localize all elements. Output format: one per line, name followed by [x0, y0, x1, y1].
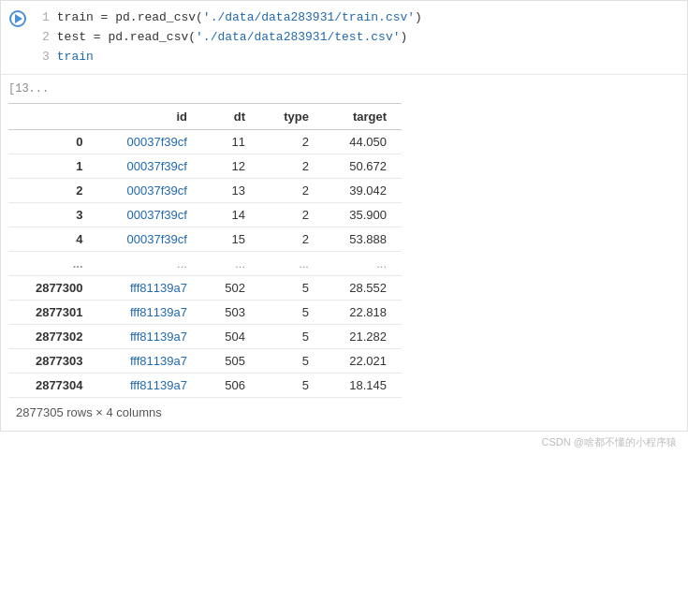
cell-type: 2: [260, 130, 324, 154]
table-row: 400037f39cf15253.888: [8, 227, 402, 252]
cell-row-index: 2: [8, 179, 98, 203]
table-row: 000037f39cf11244.050: [8, 130, 402, 154]
cell-type: 2: [260, 203, 324, 227]
cell-target: 53.888: [324, 227, 402, 252]
cell-dt: 502: [202, 276, 260, 301]
cell-type: 2: [260, 154, 324, 179]
cell-type: 5: [260, 325, 324, 349]
cell-type: 5: [260, 301, 324, 325]
cell-type: 2: [260, 227, 324, 252]
play-icon[interactable]: [9, 10, 26, 27]
code-line-3: 3train: [42, 48, 680, 67]
cell-target: 44.050: [324, 130, 402, 154]
col-header-id: id: [98, 104, 202, 130]
dataframe-table: id dt type target 000037f39cf11244.05010…: [8, 103, 402, 398]
cell-id: fff81139a7: [98, 276, 202, 301]
cell-dt: 503: [202, 301, 260, 325]
row-summary: 2877305 rows × 4 columns: [1, 398, 687, 423]
cell-id: 00037f39cf: [98, 227, 202, 252]
cell-id: 00037f39cf: [98, 154, 202, 179]
cell-dt: 504: [202, 325, 260, 349]
cell-id: 00037f39cf: [98, 130, 202, 154]
code-line-1: 1train = pd.read_csv('./data/data283931/…: [42, 8, 680, 28]
cell-target: 35.900: [324, 203, 402, 227]
table-row: 2877304fff81139a7506518.145: [8, 374, 402, 398]
notebook-cell: 1train = pd.read_csv('./data/data283931/…: [0, 0, 688, 432]
cell-id: fff81139a7: [98, 374, 202, 398]
cell-row-index: 3: [8, 203, 98, 227]
cell-id: fff81139a7: [98, 349, 202, 374]
dataframe-container: id dt type target 000037f39cf11244.05010…: [1, 103, 687, 398]
cell-output: [13... id dt type target 000037f39cf1124…: [1, 75, 687, 431]
table-row: 2877301fff81139a7503522.818: [8, 301, 402, 325]
table-row: 200037f39cf13239.042: [8, 179, 402, 203]
cell-target: 21.282: [324, 325, 402, 349]
table-row: 300037f39cf14235.900: [8, 203, 402, 227]
cell-id: 00037f39cf: [98, 203, 202, 227]
line-num-2: 2: [42, 30, 50, 44]
cell-row-index: 1: [8, 154, 98, 179]
code-line-2: 2test = pd.read_csv('./data/data283931/t…: [42, 28, 680, 48]
col-header-dt: dt: [202, 104, 260, 130]
cell-id: fff81139a7: [98, 325, 202, 349]
cell-dt: 13: [202, 179, 260, 203]
table-header-row: id dt type target: [8, 104, 402, 130]
table-row: 2877300fff81139a7502528.552: [8, 276, 402, 301]
cell-dt: ...: [202, 252, 260, 276]
cell-target: 39.042: [324, 179, 402, 203]
watermark: CSDN @啥都不懂的小程序猿: [0, 432, 688, 453]
table-row: 2877302fff81139a7504521.282: [8, 325, 402, 349]
table-row: ...............: [8, 252, 402, 276]
cell-type: 5: [260, 276, 324, 301]
output-label: [13...: [1, 82, 687, 103]
cell-id: ...: [98, 252, 202, 276]
cell-type: 2: [260, 179, 324, 203]
run-button[interactable]: [1, 8, 35, 27]
cell-code: 1train = pd.read_csv('./data/data283931/…: [35, 8, 687, 66]
col-header-target: target: [324, 104, 402, 130]
cell-row-index: 2877303: [8, 349, 98, 374]
cell-target: ...: [324, 252, 402, 276]
cell-row-index: 4: [8, 227, 98, 252]
table-row: 2877303fff81139a7505522.021: [8, 349, 402, 374]
cell-type: 5: [260, 349, 324, 374]
col-header-type: type: [260, 104, 324, 130]
line-num-1: 1: [42, 10, 50, 24]
cell-target: 28.552: [324, 276, 402, 301]
cell-row-index: 2877302: [8, 325, 98, 349]
cell-dt: 506: [202, 374, 260, 398]
cell-dt: 15: [202, 227, 260, 252]
cell-row-index: 0: [8, 130, 98, 154]
cell-id: 00037f39cf: [98, 179, 202, 203]
cell-target: 22.818: [324, 301, 402, 325]
cell-dt: 12: [202, 154, 260, 179]
cell-row-index: 2877300: [8, 276, 98, 301]
cell-dt: 14: [202, 203, 260, 227]
cell-type: ...: [260, 252, 324, 276]
col-header-index: [8, 104, 98, 130]
cell-target: 18.145: [324, 374, 402, 398]
table-row: 100037f39cf12250.672: [8, 154, 402, 179]
cell-target: 50.672: [324, 154, 402, 179]
cell-dt: 11: [202, 130, 260, 154]
cell-target: 22.021: [324, 349, 402, 374]
play-triangle-icon: [15, 14, 22, 23]
cell-row-index: ...: [8, 252, 98, 276]
cell-input: 1train = pd.read_csv('./data/data283931/…: [1, 1, 687, 75]
cell-row-index: 2877301: [8, 301, 98, 325]
cell-dt: 505: [202, 349, 260, 374]
cell-row-index: 2877304: [8, 374, 98, 398]
cell-type: 5: [260, 374, 324, 398]
cell-id: fff81139a7: [98, 301, 202, 325]
line-num-3: 3: [42, 50, 50, 64]
